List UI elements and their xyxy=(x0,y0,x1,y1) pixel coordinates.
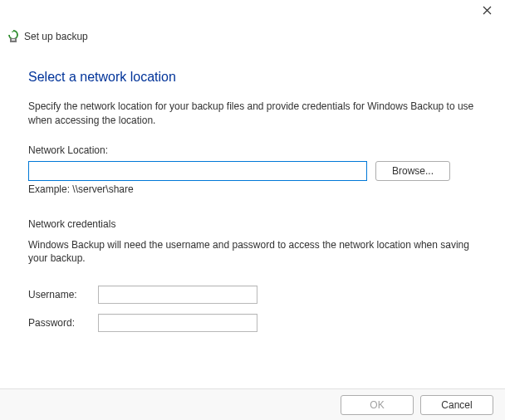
example-text: Example: \\server\share xyxy=(28,183,477,195)
svg-rect-0 xyxy=(12,39,15,41)
ok-button[interactable]: OK xyxy=(341,395,414,415)
credentials-description: Windows Backup will need the username an… xyxy=(28,238,477,266)
page-title: Select a network location xyxy=(28,70,477,85)
network-location-label: Network Location: xyxy=(28,144,477,156)
page-description: Specify the network location for your ba… xyxy=(28,100,477,128)
username-label: Username: xyxy=(28,289,98,300)
close-icon xyxy=(483,6,492,17)
dialog-footer: OK Cancel xyxy=(0,388,505,420)
cancel-button[interactable]: Cancel xyxy=(420,395,493,415)
password-input[interactable] xyxy=(98,314,257,332)
username-input[interactable] xyxy=(98,286,257,304)
dialog-header: Set up backup xyxy=(0,0,505,50)
network-location-input[interactable] xyxy=(28,161,367,181)
dialog-content: Select a network location Specify the ne… xyxy=(0,50,505,350)
dialog-title: Set up backup xyxy=(24,31,88,42)
close-button[interactable] xyxy=(475,3,498,20)
backup-icon xyxy=(7,30,20,43)
credentials-section-label: Network credentials xyxy=(28,218,477,230)
password-label: Password: xyxy=(28,317,98,329)
browse-button[interactable]: Browse... xyxy=(375,161,450,181)
